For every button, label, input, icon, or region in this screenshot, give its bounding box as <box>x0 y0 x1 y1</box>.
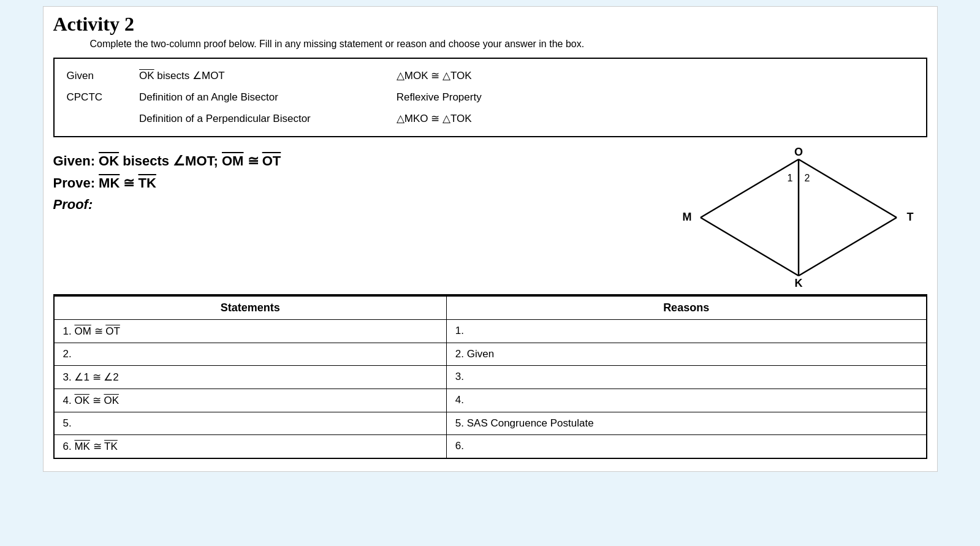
reason-1: 1. <box>446 319 926 343</box>
given-prove-text: Given: OK bisects ∠MOT; OM ≅ OT Prove: M… <box>53 147 658 288</box>
svg-text:O: O <box>794 147 802 158</box>
svg-text:T: T <box>906 211 913 223</box>
page-container: Activity 2 Complete the two-column proof… <box>43 6 938 472</box>
svg-line-0 <box>701 159 799 218</box>
answer-col-2: OK bisects ∠MOT Definition of an Angle B… <box>139 67 311 127</box>
prove-line: Prove: MK ≅ TK <box>53 174 658 193</box>
answer-item-2: Definition of an Angle Bisector <box>139 89 311 105</box>
instructions: Complete the two-column proof below. Fil… <box>90 37 927 51</box>
mk-overline: MK <box>99 175 120 191</box>
proof-label: Proof: <box>53 197 658 213</box>
tk-overline: TK <box>139 175 156 191</box>
answer-cpctc-label: CPCTC <box>67 89 103 105</box>
diagram-container: O M T K 1 2 <box>670 147 927 288</box>
table-row: 4. OK ≅ OK 4. <box>54 389 927 412</box>
svg-line-1 <box>799 159 897 218</box>
diamond-diagram: O M T K 1 2 <box>670 147 927 288</box>
reason-4: 4. <box>446 389 926 412</box>
statement-6: 6. MK ≅ TK <box>54 434 447 458</box>
given-line: Given: OK bisects ∠MOT; OM ≅ OT <box>53 152 658 171</box>
svg-text:M: M <box>682 211 691 223</box>
ok-overline: OK <box>139 70 154 82</box>
svg-text:1: 1 <box>787 173 792 183</box>
answer-tri-1: △MOK ≅ △TOK <box>397 67 482 84</box>
table-row: 3. ∠1 ≅ ∠2 3. <box>54 365 927 389</box>
statement-3: 3. ∠1 ≅ ∠2 <box>54 365 447 389</box>
answer-item-1: OK bisects ∠MOT <box>139 67 311 84</box>
proof-table: Statements Reasons 1. OM ≅ OT 1. 2. 2. G… <box>53 295 927 459</box>
answer-given-label: Given <box>67 67 103 84</box>
col-reasons-header: Reasons <box>446 296 926 320</box>
answer-item-3: Definition of a Perpendicular Bisector <box>139 110 311 127</box>
reason-6: 6. <box>446 434 926 458</box>
answer-col-3: △MOK ≅ △TOK Reflexive Property △MKO ≅ △T… <box>397 67 482 127</box>
om-overline: OM <box>222 153 243 169</box>
reason-2: 2. Given <box>446 343 926 365</box>
svg-line-3 <box>701 218 799 276</box>
answer-col-1: Given CPCTC <box>67 67 103 105</box>
answer-reflexive: Reflexive Property <box>397 89 482 105</box>
reason-3: 3. <box>446 365 926 389</box>
table-row: 2. 2. Given <box>54 343 927 365</box>
statement-1: 1. OM ≅ OT <box>54 319 447 343</box>
given-prove-section: Given: OK bisects ∠MOT; OM ≅ OT Prove: M… <box>53 147 927 295</box>
ot-overline: OT <box>262 153 281 169</box>
statement-5: 5. <box>54 412 447 434</box>
svg-text:2: 2 <box>804 173 810 183</box>
svg-text:K: K <box>794 277 802 288</box>
answer-tri-2: △MKO ≅ △TOK <box>397 110 482 127</box>
col-statements-header: Statements <box>54 296 447 320</box>
table-row: 1. OM ≅ OT 1. <box>54 319 927 343</box>
svg-line-2 <box>799 218 897 276</box>
reason-5: 5. SAS Congruence Postulate <box>446 412 926 434</box>
table-row: 5. 5. SAS Congruence Postulate <box>54 412 927 434</box>
statement-4: 4. OK ≅ OK <box>54 389 447 412</box>
ok-given-overline: OK <box>99 153 119 169</box>
statement-2: 2. <box>54 343 447 365</box>
answer-box: Given CPCTC OK bisects ∠MOT Definition o… <box>53 58 927 137</box>
activity-title: Activity 2 <box>53 13 927 36</box>
table-row: 6. MK ≅ TK 6. <box>54 434 927 458</box>
